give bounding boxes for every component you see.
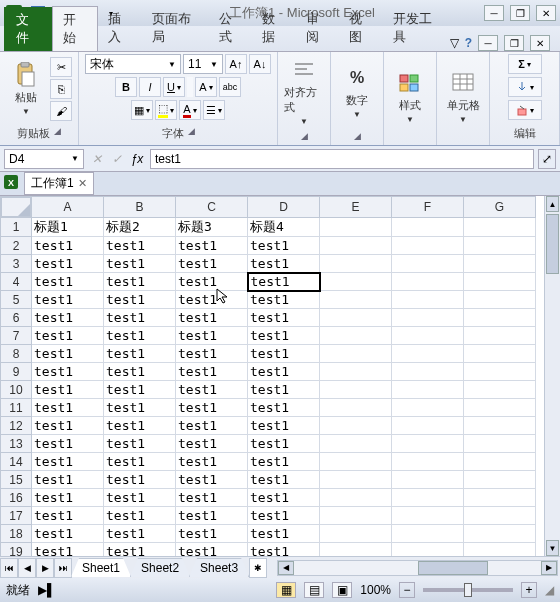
cell[interactable] [320, 525, 392, 543]
cell[interactable]: test1 [104, 255, 176, 273]
styles-button[interactable]: 样式▼ [390, 70, 430, 124]
cell[interactable]: test1 [176, 345, 248, 363]
cell[interactable] [320, 399, 392, 417]
row-header[interactable]: 9 [1, 363, 32, 381]
scroll-right-icon[interactable]: ▶ [541, 561, 557, 575]
clear-button[interactable] [508, 100, 542, 120]
format-painter-icon[interactable]: 🖌 [50, 101, 72, 121]
cell[interactable] [464, 218, 536, 237]
zoom-slider[interactable] [423, 588, 513, 592]
cell[interactable] [392, 453, 464, 471]
cell[interactable] [392, 255, 464, 273]
cell[interactable]: test1 [248, 309, 320, 327]
cell[interactable] [392, 435, 464, 453]
cell[interactable] [464, 345, 536, 363]
cell[interactable] [320, 291, 392, 309]
cell[interactable] [320, 453, 392, 471]
cell[interactable]: test1 [248, 273, 320, 291]
cell[interactable]: test1 [176, 273, 248, 291]
cell[interactable]: test1 [176, 309, 248, 327]
cell[interactable] [320, 381, 392, 399]
normal-view-button[interactable]: ▦ [276, 582, 296, 598]
row-header[interactable]: 4 [1, 273, 32, 291]
cell[interactable]: test1 [176, 489, 248, 507]
row-header[interactable]: 1 [1, 218, 32, 237]
row-header[interactable]: 13 [1, 435, 32, 453]
cell[interactable]: test1 [248, 525, 320, 543]
cell[interactable]: test1 [32, 345, 104, 363]
cell[interactable] [392, 525, 464, 543]
cell[interactable] [464, 309, 536, 327]
cell[interactable]: test1 [248, 417, 320, 435]
workbook-minimize-button[interactable]: ─ [478, 35, 498, 51]
cell[interactable] [392, 291, 464, 309]
cell[interactable] [392, 237, 464, 255]
cell[interactable] [320, 255, 392, 273]
cell[interactable]: test1 [32, 255, 104, 273]
cell[interactable] [464, 291, 536, 309]
workbook-tab-close-icon[interactable]: ✕ [78, 177, 87, 190]
cell[interactable]: test1 [104, 363, 176, 381]
cell[interactable] [320, 218, 392, 237]
cell[interactable]: test1 [248, 255, 320, 273]
fill-button[interactable] [508, 77, 542, 97]
cell[interactable] [392, 218, 464, 237]
ribbon-tab-6[interactable]: 视图 [339, 6, 383, 51]
cell[interactable]: 标题2 [104, 218, 176, 237]
copy-icon[interactable]: ⎘ [50, 79, 72, 99]
row-header[interactable]: 5 [1, 291, 32, 309]
hscroll-thumb[interactable] [418, 561, 488, 575]
row-header[interactable]: 16 [1, 489, 32, 507]
cell[interactable] [392, 273, 464, 291]
cell[interactable] [464, 399, 536, 417]
name-box[interactable]: D4▼ [4, 149, 84, 169]
fill-color-button[interactable]: ⬚ [155, 100, 177, 120]
cell[interactable]: test1 [248, 471, 320, 489]
cell[interactable]: test1 [176, 543, 248, 557]
row-header[interactable]: 17 [1, 507, 32, 525]
cell[interactable] [464, 273, 536, 291]
cell[interactable]: test1 [104, 291, 176, 309]
row-header[interactable]: 6 [1, 309, 32, 327]
cell[interactable] [464, 453, 536, 471]
zoom-level[interactable]: 100% [360, 583, 391, 597]
cell[interactable]: test1 [104, 345, 176, 363]
ribbon-tab-2[interactable]: 页面布局 [142, 6, 209, 51]
cell[interactable] [320, 507, 392, 525]
alignment-launcher-icon[interactable]: ◢ [301, 131, 308, 141]
cell[interactable] [320, 543, 392, 557]
macro-record-icon[interactable]: ▶▌ [38, 583, 56, 597]
row-header[interactable]: 15 [1, 471, 32, 489]
autosum-button[interactable]: Σ [508, 54, 542, 74]
ribbon-tab-1[interactable]: 插入 [98, 6, 142, 51]
cell[interactable]: test1 [176, 291, 248, 309]
paste-button[interactable]: 粘贴 ▼ [6, 62, 46, 116]
cell[interactable]: test1 [248, 363, 320, 381]
ribbon-tab-3[interactable]: 公式 [209, 6, 253, 51]
sheet-tab-sheet1[interactable]: Sheet1 [71, 558, 131, 577]
cell[interactable]: test1 [32, 237, 104, 255]
cell[interactable]: test1 [248, 435, 320, 453]
font-name-select[interactable]: 宋体▼ [85, 54, 181, 74]
cell[interactable]: test1 [32, 489, 104, 507]
ribbon-tab-5[interactable]: 审阅 [296, 6, 340, 51]
cells-button[interactable]: 单元格▼ [443, 70, 483, 124]
cell[interactable]: test1 [248, 453, 320, 471]
cell[interactable]: test1 [176, 363, 248, 381]
cell[interactable]: test1 [176, 381, 248, 399]
cancel-icon[interactable]: ✕ [88, 152, 106, 166]
cell[interactable] [392, 471, 464, 489]
row-header[interactable]: 8 [1, 345, 32, 363]
enter-icon[interactable]: ✓ [108, 152, 126, 166]
cell[interactable]: test1 [104, 507, 176, 525]
cell[interactable]: test1 [32, 507, 104, 525]
row-header[interactable]: 14 [1, 453, 32, 471]
ribbon-minimize-icon[interactable]: ▽ [450, 36, 459, 50]
cell[interactable] [464, 471, 536, 489]
row-header[interactable]: 2 [1, 237, 32, 255]
col-header[interactable]: E [320, 197, 392, 218]
cell[interactable]: test1 [176, 417, 248, 435]
horizontal-scrollbar[interactable]: ◀ ▶ [277, 560, 558, 576]
row-header[interactable]: 18 [1, 525, 32, 543]
cell[interactable]: test1 [176, 453, 248, 471]
